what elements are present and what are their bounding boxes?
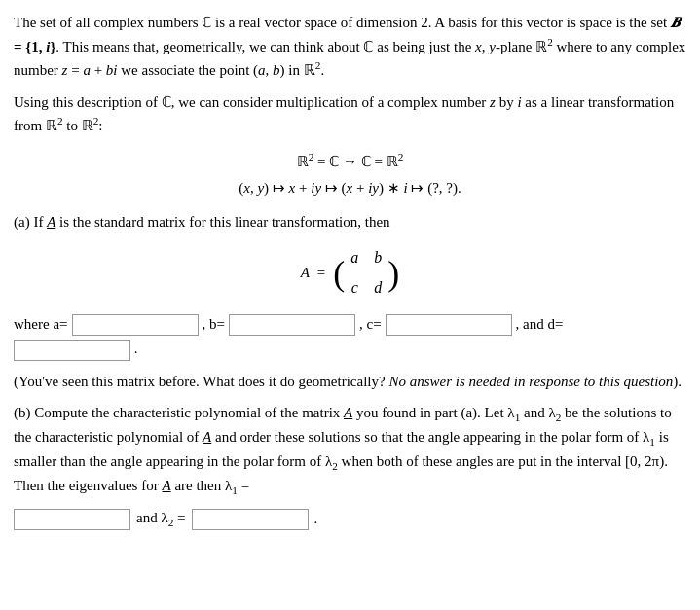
and-d-label: , and d= — [516, 316, 564, 333]
right-paren: ) — [387, 256, 399, 291]
paragraph-1: The set of all complex numbers ℂ is a re… — [14, 12, 686, 82]
italic-note: (You've seen this matrix before. What do… — [14, 371, 686, 393]
math-line-1: ℝ2 = ℂ → ℂ = ℝ2 — [14, 147, 686, 175]
matrix-display: A = ( a b c d ) — [14, 242, 686, 305]
where-row: where a= , b= , c= , and d= — [14, 314, 686, 336]
input-c[interactable] — [386, 314, 512, 336]
input-d[interactable] — [14, 340, 130, 361]
input-b[interactable] — [229, 314, 355, 336]
input-lambda1[interactable] — [14, 509, 130, 530]
matrix-cell-a: a — [350, 244, 358, 272]
matrix-cell-c: c — [350, 274, 358, 303]
input-lambda2[interactable] — [192, 509, 309, 530]
basis-set: 𝑩 = {1, i} — [14, 15, 681, 54]
period-lambda: . — [314, 511, 318, 527]
b-label: , b= — [203, 316, 225, 333]
matrix-cell-b: b — [374, 244, 382, 272]
c-label: , c= — [359, 316, 382, 333]
where-a-label: where a= — [14, 316, 68, 333]
part-a-intro: (a) If A is the standard matrix for this… — [14, 211, 686, 233]
math-display: ℝ2 = ℂ → ℂ = ℝ2 (x, y) ↦ x + iy ↦ (x + i… — [14, 147, 686, 201]
lambda-row: and λ2 = . — [14, 509, 686, 530]
matrix-A: ( a b c d ) — [333, 242, 399, 305]
left-paren: ( — [333, 256, 345, 291]
paragraph-2: Using this description of ℂ, we can cons… — [14, 91, 686, 137]
matrix-cell-d: d — [374, 274, 382, 303]
and-lambda2-label: and λ2 = — [136, 510, 186, 528]
period-d: . — [134, 341, 138, 356]
math-line-2: (x, y) ↦ x + iy ↦ (x + iy) ∗ i ↦ (?, ?). — [14, 175, 686, 201]
input-a[interactable] — [72, 314, 199, 336]
part-b-text: (b) Compute the characteristic polynomia… — [14, 402, 686, 499]
